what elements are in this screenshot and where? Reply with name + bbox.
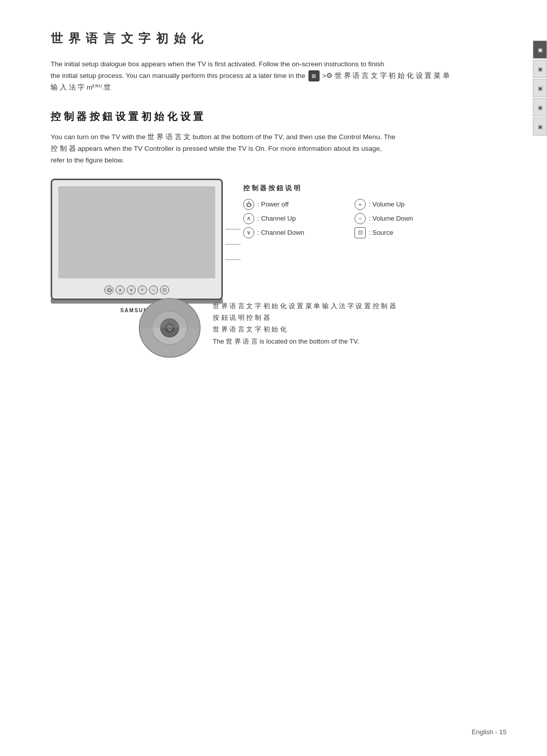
bottom-note: 世 界 语 言 文 字 初 始 化 设 置 菜 单 输 入 法 字 设 置 控 … [213,300,396,348]
tv-illustration: ⏻ ∧ ∨ + − ⊡ SAMSUNG [51,179,223,314]
legend-group: 控 制 器 按 鈕 说 明 ⏻ : Power off + : Volume U… [243,184,456,238]
note-group: 世 界 语 言 文 字 初 始 化 设 置 菜 单 输 入 法 字 设 置 控 … [213,300,396,348]
page-number: English - 15 [472,728,506,736]
intro-paragraph: The initial setup dialogue box appears w… [51,59,506,94]
volume-up-icon: + [355,199,366,210]
channel-down-icon: ∨ [243,227,254,238]
remote-svg: Q [137,295,203,361]
legend-channel-up: ∧ : Channel Up [243,213,344,224]
source-button: ⊡ [160,285,169,295]
legend-channel-down: ∨ : Channel Down [243,227,344,238]
legend-volume-down: − : Volume Down [355,213,456,224]
section-title: 控 制 器 按 鈕 设 置 初 始 化 设 置 [51,110,506,123]
volume-down-label: : Volume Down [369,215,413,222]
volume-down-icon: − [355,213,366,224]
channel-up-button: ∧ [115,285,125,295]
channel-up-icon: ∧ [243,213,254,224]
channel-up-label: : Channel Up [257,215,296,222]
source-label: : Source [369,229,393,236]
power-button: ⏻ [104,285,113,295]
controller-illustration: Q [137,295,198,356]
note-line1: 世 界 语 言 文 字 初 始 化 设 置 菜 单 输 入 法 字 设 置 控 … [213,300,396,312]
tv-controls-area: ⏻ ∧ ∨ + − ⊡ [104,285,169,295]
source-icon: ⊡ [355,227,366,238]
volume-up-label: : Volume Up [369,200,405,208]
note-line4: The 世 界 语 言 is located on the bottom of … [213,335,396,347]
legend-volume-up: + : Volume Up [355,199,456,210]
page-title: 世 界 语 言 文 字 初 始 化 [51,30,506,47]
legend-power-off: ⏻ : Power off [243,199,344,210]
note-line2: 按 鈕 说 明 控 制 器 [213,312,396,323]
power-label: : Power off [257,200,289,208]
page-container: 世 界 语 言 文 字 初 始 化 The initial setup dial… [0,0,547,756]
tv-screen [58,186,215,278]
volume-up-button: + [138,285,147,295]
home-icon: ⊞ [308,70,320,81]
tv-buttons-row: ⏻ ∧ ∨ + − ⊡ [104,285,169,295]
channel-down-label: : Channel Down [257,229,304,236]
legend-grid: ⏻ : Power off + : Volume Up ∧ : Channel … [243,199,456,238]
volume-down-button: − [149,285,158,295]
diagram-area: ⏻ ∧ ∨ + − ⊡ SAMSUNG 控 制 器 按 鈕 说 明 [51,179,486,371]
power-icon: ⏻ [243,199,254,210]
channel-down-button: ∨ [127,285,136,295]
legend-title: 控 制 器 按 鈕 说 明 [243,184,456,193]
section-paragraph: You can turn on the TV with the 世 界 语 言 … [51,132,506,166]
tv-frame: ⏻ ∧ ∨ + − ⊡ [51,179,223,300]
note-line3: 世 界 语 言 文 字 初 始 化 [213,323,396,335]
legend-source: ⊡ : Source [355,227,456,238]
